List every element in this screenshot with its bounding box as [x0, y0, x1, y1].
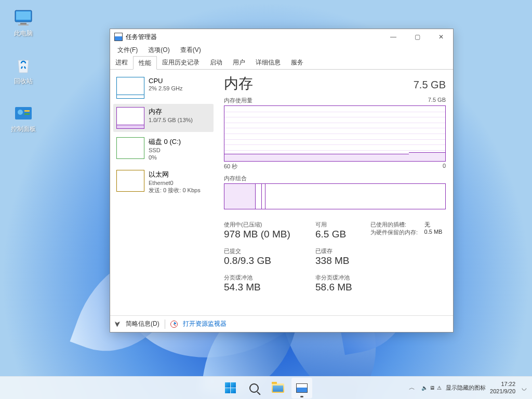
- sidebar-item-memory[interactable]: 内存 1.0/7.5 GB (13%): [113, 104, 214, 132]
- menu-file[interactable]: 文件(F): [112, 45, 143, 56]
- sidebar-item-title: 以太网: [149, 170, 201, 179]
- window-title: 任务管理器: [126, 33, 381, 42]
- stat-label: 已使用的插槽:: [370, 221, 421, 229]
- tab-app-history[interactable]: 应用历史记录: [157, 56, 205, 69]
- tray-icon[interactable]: 🔈: [421, 385, 428, 391]
- stat-value: 54.3 MB: [224, 282, 312, 293]
- sidebar-item-title: CPU: [149, 77, 182, 85]
- taskbar: ︿ 🔈 🖥 ⚠ 显示隐藏的图标 17:22 2021/9/20 ◡: [0, 376, 532, 399]
- sidebar-item-detail: 2% 2.59 GHz: [149, 85, 182, 92]
- clock[interactable]: 17:22 2021/9/20: [490, 381, 515, 394]
- ethernet-thumbnail: [116, 170, 144, 192]
- maximize-button[interactable]: ▢: [405, 29, 429, 45]
- stat-label: 使用中(已压缩): [224, 221, 312, 229]
- recycle-bin-icon: [13, 55, 34, 76]
- composition-label: 内存组合: [224, 175, 446, 182]
- sidebar-item-title: 磁盘 0 (C:): [149, 137, 181, 147]
- resource-monitor-link[interactable]: 打开资源监视器: [183, 320, 227, 328]
- sidebar-item-detail: Ethernet0: [149, 179, 201, 187]
- tab-details[interactable]: 详细信息: [250, 56, 286, 69]
- sidebar-item-cpu[interactable]: CPU 2% 2.59 GHz: [113, 74, 214, 102]
- system-tray[interactable]: 🔈 🖥 ⚠: [421, 385, 442, 391]
- tab-services[interactable]: 服务: [286, 56, 309, 69]
- stat-label: 可用: [315, 221, 367, 229]
- menu-options[interactable]: 选项(O): [143, 45, 175, 56]
- date: 2021/9/20: [490, 388, 515, 395]
- desktop-icon-recycle-bin[interactable]: 回收站: [4, 52, 43, 88]
- hidden-icons-label: 显示隐藏的图标: [446, 384, 486, 392]
- sidebar-item-detail: 1.0/7.5 GB (13%): [149, 116, 193, 124]
- divider: [165, 320, 165, 329]
- minimize-button[interactable]: —: [381, 29, 405, 45]
- svg-rect-3: [18, 24, 29, 25]
- task-manager-icon: [296, 383, 308, 393]
- show-hidden-icons-button[interactable]: ︿: [407, 381, 417, 394]
- stat-value: 无: [424, 221, 446, 229]
- usage-chart-label: 内存使用量: [224, 97, 252, 104]
- tab-users[interactable]: 用户: [228, 56, 250, 69]
- desktop-icon-label: 回收站: [14, 77, 33, 86]
- start-button[interactable]: [220, 378, 241, 398]
- window-footer: ⮟ 简略信息(D) 打开资源监视器: [110, 315, 453, 332]
- tray-icon[interactable]: ⚠: [437, 385, 442, 391]
- memory-capacity: 7.5 GB: [414, 79, 446, 91]
- control-panel-icon: [13, 103, 34, 124]
- tray-icon[interactable]: 🖥: [430, 385, 435, 391]
- search-button[interactable]: [244, 378, 264, 398]
- sidebar-item-ethernet[interactable]: 以太网 Ethernet0 发送: 0 接收: 0 Kbps: [113, 167, 214, 197]
- memory-thumbnail: [116, 107, 144, 129]
- desktop-icon-label: 控制面板: [11, 125, 36, 134]
- svg-rect-1: [16, 11, 31, 20]
- collapse-arrow-icon: ⮟: [114, 321, 121, 328]
- stat-value: 0.5 MB: [424, 229, 446, 235]
- memory-usage-chart: [224, 105, 446, 162]
- svg-rect-2: [20, 23, 26, 24]
- sidebar-item-detail: SSD: [149, 147, 181, 154]
- usage-chart-max: 7.5 GB: [428, 97, 446, 104]
- stat-value: 58.6 MB: [315, 282, 367, 293]
- time: 17:22: [490, 381, 515, 388]
- axis-left: 60 秒: [224, 163, 237, 170]
- menubar: 文件(F) 选项(O) 查看(V): [110, 45, 453, 56]
- task-manager-taskbar-button[interactable]: [291, 378, 312, 398]
- stat-label: 为硬件保留的内存:: [370, 229, 421, 236]
- pc-icon: [13, 7, 34, 28]
- sidebar-item-detail: 0%: [149, 154, 181, 161]
- tab-startup[interactable]: 启动: [205, 56, 228, 69]
- desktop-icon-this-pc[interactable]: 此电脑: [4, 4, 43, 41]
- memory-composition-chart: [224, 183, 446, 209]
- stat-value: 0.8/9.3 GB: [224, 255, 312, 267]
- tab-performance[interactable]: 性能: [133, 56, 157, 70]
- stat-label: 已缓存: [315, 247, 367, 255]
- sidebar-item-disk[interactable]: 磁盘 0 (C:) SSD 0%: [113, 134, 214, 165]
- disk-thumbnail: [116, 137, 144, 159]
- axis-right: 0: [443, 163, 446, 170]
- windows-logo-icon: [225, 382, 236, 393]
- stat-label: 已提交: [224, 247, 312, 255]
- resource-monitor-icon: [170, 321, 178, 328]
- notification-center-button[interactable]: ◡: [520, 382, 529, 393]
- tab-processes[interactable]: 进程: [110, 56, 133, 69]
- titlebar[interactable]: 任务管理器 — ▢ ✕: [110, 29, 453, 45]
- sidebar-item-title: 内存: [149, 107, 193, 116]
- desktop-icon-label: 此电脑: [14, 29, 33, 38]
- svg-rect-7: [24, 113, 30, 115]
- task-manager-window: 任务管理器 — ▢ ✕ 文件(F) 选项(O) 查看(V) 进程 性能 应用历史…: [110, 29, 454, 332]
- stat-value: 978 MB (0 MB): [224, 229, 312, 240]
- collapse-button[interactable]: 简略信息(D): [126, 320, 159, 328]
- desktop-icon-control-panel[interactable]: 控制面板: [4, 100, 43, 136]
- svg-rect-6: [24, 110, 30, 112]
- menu-view[interactable]: 查看(V): [175, 45, 206, 56]
- svg-point-5: [18, 110, 23, 115]
- page-title: 内存: [224, 74, 253, 94]
- memory-stats: 使用中(已压缩)978 MB (0 MB) 可用6.5 GB 已使用的插槽:为硬…: [224, 221, 446, 293]
- file-explorer-button[interactable]: [268, 378, 288, 398]
- close-button[interactable]: ✕: [429, 29, 453, 45]
- stat-label: 非分页缓冲池: [315, 274, 367, 282]
- stat-label: 分页缓冲池: [224, 274, 312, 282]
- search-icon: [249, 383, 259, 393]
- performance-sidebar: CPU 2% 2.59 GHz 内存 1.0/7.5 GB (13%) 磁盘 0…: [110, 70, 217, 315]
- stat-value: 6.5 GB: [315, 229, 367, 240]
- performance-main: 内存 7.5 GB 内存使用量 7.5 GB 60 秒 0 内存组合: [217, 70, 453, 315]
- tabbar: 进程 性能 应用历史记录 启动 用户 详细信息 服务: [110, 56, 453, 70]
